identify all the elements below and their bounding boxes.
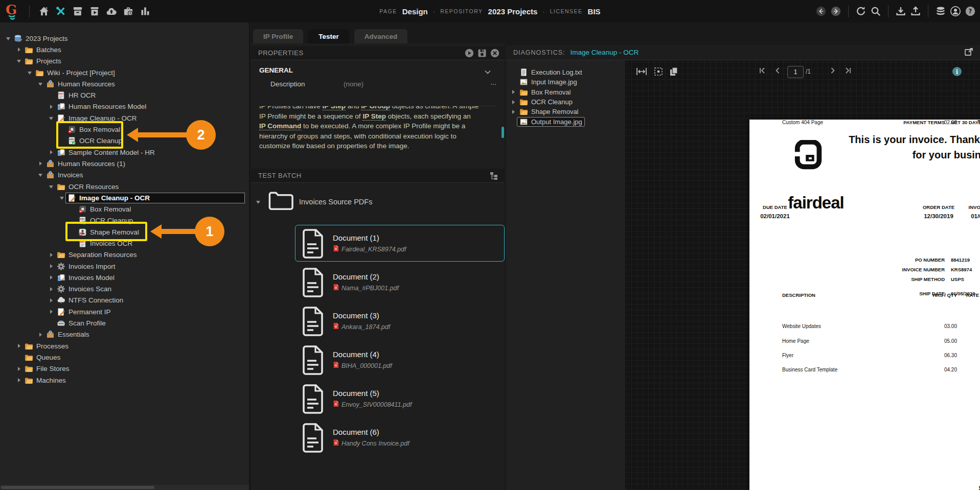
horizontal-scrollbar[interactable] — [0, 485, 249, 490]
batch-process-icon[interactable] — [89, 6, 100, 17]
vertical-scrollbar-thumb[interactable] — [502, 127, 504, 138]
tree-item[interactable]: Projects — [0, 56, 249, 67]
database-icon[interactable] — [935, 6, 946, 17]
tree-item[interactable]: Sample Content Model - HR — [0, 147, 249, 158]
expander-icon[interactable] — [255, 199, 262, 205]
fit-width-icon[interactable] — [636, 66, 647, 79]
expander-icon[interactable] — [48, 103, 55, 110]
tree-item[interactable]: Permanent IP — [0, 306, 249, 317]
diagnostics-tree-item[interactable]: OCR Cleanup — [506, 97, 625, 107]
document-card[interactable]: Document (4) BIHA_000001.pdf — [295, 341, 505, 378]
expander-icon[interactable] — [37, 331, 44, 338]
ip-help-link[interactable]: IP Group — [361, 106, 390, 110]
pages-icon[interactable] — [669, 66, 679, 79]
description-row[interactable]: Description (none) ... — [251, 80, 505, 91]
ellipsis-button[interactable]: ... — [490, 78, 496, 86]
expander-icon[interactable] — [5, 35, 12, 42]
expander-icon[interactable] — [16, 365, 22, 372]
tree-item[interactable]: OCR Resources — [0, 181, 249, 192]
save-icon[interactable] — [477, 49, 487, 58]
batches-icon[interactable] — [72, 6, 83, 17]
design-tools-icon[interactable] — [55, 6, 66, 17]
search-icon[interactable] — [870, 6, 881, 17]
open-external-icon[interactable] — [964, 47, 974, 59]
expander-icon[interactable] — [16, 343, 22, 349]
tree-item[interactable]: Processes — [0, 340, 249, 352]
document-card[interactable]: Document (5) Envoy_SIV00008411.pdf — [295, 380, 505, 417]
page-number-input[interactable]: 1 — [787, 66, 804, 78]
document-card[interactable]: Document (1) Fairdeal_KRS8974.pdf — [295, 225, 505, 262]
tree-item[interactable]: Image Cleanup - OCR — [0, 192, 249, 203]
ip-help-link[interactable]: IP Step — [362, 112, 386, 121]
expander-icon[interactable] — [37, 81, 44, 87]
expander-icon[interactable] — [16, 46, 22, 53]
stats-icon[interactable] — [140, 6, 151, 17]
tab[interactable]: Advanced — [354, 29, 408, 43]
diagnostics-tree-item[interactable]: Input Image.jpg — [506, 77, 625, 87]
refresh-icon[interactable] — [855, 6, 867, 17]
jobs-icon[interactable] — [123, 6, 134, 17]
upload-icon[interactable] — [910, 6, 921, 17]
tree-item[interactable]: 2023 Projects — [0, 33, 249, 44]
expander-icon[interactable] — [37, 172, 44, 178]
batch-folder-row[interactable]: Invoices Source PDFs — [251, 190, 505, 214]
tab[interactable]: Tester — [308, 29, 349, 43]
diagnostics-tree-item[interactable]: Execution Log.txt — [506, 67, 625, 77]
first-page-icon[interactable] — [758, 66, 766, 77]
tree-item[interactable]: Scan Profile — [0, 317, 249, 329]
expander-icon[interactable] — [48, 274, 55, 281]
ip-help-link[interactable]: IP Step — [323, 106, 346, 110]
tree-item[interactable]: Invoices Import — [0, 261, 249, 272]
expander-icon[interactable] — [48, 297, 55, 304]
expander-icon[interactable] — [48, 286, 55, 292]
diagnostics-tree-item[interactable]: Output Image.jpg — [506, 116, 625, 126]
document-card[interactable]: Document (2) Nama_#PBJ001.pdf — [295, 264, 505, 300]
expander-icon[interactable] — [510, 108, 517, 115]
expander-icon[interactable] — [48, 149, 55, 156]
tree-item[interactable]: Queues — [0, 352, 249, 363]
chevron-down-icon[interactable] — [484, 67, 491, 77]
diagnostics-tree-item[interactable]: Shape Removal — [506, 107, 625, 116]
next-page-icon[interactable] — [829, 66, 837, 77]
document-card[interactable]: Document (6) Handy Cons Invoice.pdf — [295, 419, 505, 456]
diagnostics-tree-item[interactable]: Box Removal — [506, 87, 625, 97]
tree-item[interactable]: Image Cleanup - OCR — [0, 112, 249, 124]
imports-icon[interactable] — [106, 6, 117, 17]
forward-icon[interactable] — [830, 6, 841, 17]
close-icon[interactable] — [490, 49, 499, 58]
tree-item[interactable]: Separation Resources — [0, 249, 249, 261]
expander-icon[interactable] — [27, 69, 33, 76]
back-icon[interactable] — [815, 6, 827, 17]
download-icon[interactable] — [895, 6, 906, 17]
tree-item[interactable]: Human Resources — [0, 78, 249, 89]
expander-icon[interactable] — [48, 183, 55, 190]
select-region-icon[interactable] — [653, 66, 664, 79]
info-icon[interactable]: i — [952, 66, 962, 79]
diagnostics-title-link[interactable]: Image Cleanup - OCR — [571, 49, 639, 56]
ip-help-link[interactable]: IP Command — [259, 122, 301, 130]
expander-icon[interactable] — [37, 160, 44, 167]
tree-item[interactable]: Batches — [0, 44, 249, 55]
tree-item[interactable]: Machines — [0, 375, 249, 386]
home-icon[interactable] — [38, 6, 50, 17]
expander-icon[interactable] — [510, 99, 517, 105]
tree-item[interactable]: ABC HR OCR — [0, 89, 249, 101]
tree-item[interactable]: Wiki - Project [Project] — [0, 67, 249, 78]
batch-tree-view-icon[interactable] — [489, 171, 498, 182]
tab[interactable]: IP Profile — [253, 29, 303, 43]
tree-item[interactable]: File Stores — [0, 363, 249, 375]
tree-item[interactable]: Box Removal — [0, 203, 249, 215]
tree-item[interactable]: Invoices — [0, 170, 249, 181]
help-icon[interactable]: ? — [965, 6, 976, 17]
tree-item[interactable]: Human Resources Model — [0, 101, 249, 112]
tree-item[interactable]: Invoices Scan — [0, 284, 249, 295]
tree-item[interactable]: NTFS Connection — [0, 295, 249, 306]
last-page-icon[interactable] — [844, 66, 852, 77]
document-card[interactable]: Document (3) Ankara_1874.pdf — [295, 302, 505, 339]
expander-icon[interactable] — [48, 115, 55, 122]
run-icon[interactable] — [465, 49, 474, 58]
user-icon[interactable] — [950, 6, 961, 17]
scrollbar-thumb[interactable] — [1, 486, 154, 489]
previous-page-icon[interactable] — [773, 66, 782, 77]
tree-item[interactable]: Invoices Model — [0, 272, 249, 283]
